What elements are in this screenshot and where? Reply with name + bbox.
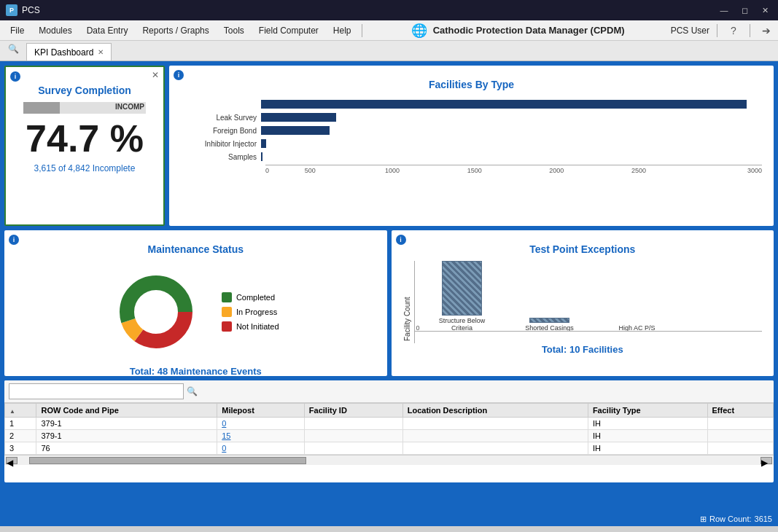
exceptions-info-icon[interactable]: i	[396, 235, 406, 245]
bar-label-structure: Structure Below Criteria	[429, 317, 495, 332]
exceptions-bars: 0 Structure Below Criteria Shorted Casin…	[414, 261, 763, 343]
col-effect[interactable]: Effect	[707, 404, 773, 418]
help-icon-button[interactable]: ?	[725, 22, 742, 39]
bar-ac	[617, 322, 657, 323]
bar-label-4: Samples	[181, 153, 261, 161]
menu-help[interactable]: Help	[326, 23, 359, 39]
menu-modules[interactable]: Modules	[31, 23, 79, 39]
cell-num-2: 2	[5, 430, 36, 442]
menu-divider-3	[750, 24, 750, 37]
axis-3000: 3000	[680, 167, 762, 174]
bottom-row: i Maintenance Status Complete	[4, 230, 774, 376]
bar-container-4	[261, 152, 762, 162]
bar-fill-4	[261, 152, 262, 161]
legend-completed: Completed	[222, 292, 279, 302]
close-button[interactable]: ✕	[758, 5, 772, 15]
cell-effect-2	[707, 430, 773, 442]
menu-data-entry[interactable]: Data Entry	[79, 23, 136, 39]
col-facility-type[interactable]: Facility Type	[588, 404, 707, 418]
facilities-by-type-widget: i Facilities By Type Leak Survey	[169, 66, 774, 226]
table-search-input[interactable]	[9, 383, 184, 399]
window-controls: — ◻ ✕	[717, 5, 772, 15]
table-scroll[interactable]: ▲ ROW Code and Pipe Milepost Facility ID…	[4, 403, 774, 455]
col-facility-id[interactable]: Facility ID	[304, 404, 402, 418]
bar-shorted	[529, 318, 569, 323]
menu-reports[interactable]: Reports / Graphs	[135, 23, 216, 39]
app-full-title: Cathodic Protection Data Manager (CPDM)	[433, 25, 625, 36]
global-search-icon[interactable]: 🔍	[4, 40, 22, 58]
scroll-h-thumb[interactable]	[29, 457, 306, 464]
tab-close-icon[interactable]: ✕	[98, 48, 104, 56]
maintenance-title: Maintenance Status	[10, 243, 381, 255]
cell-location-2	[402, 430, 588, 442]
globe-icon: 🌐	[411, 23, 427, 39]
grid-icon: ⊞	[700, 515, 707, 524]
user-label: PCS User	[671, 26, 709, 36]
table-row: 3 76 0 IH	[5, 442, 774, 455]
cell-row-code-2: 379-1	[36, 430, 217, 442]
app-icon: P	[6, 4, 17, 16]
table-row: 2 379-1 15 IH	[5, 430, 774, 442]
col-milepost[interactable]: Milepost	[217, 404, 305, 418]
cell-num-3: 3	[5, 442, 36, 455]
donut-chart	[112, 268, 200, 356]
maintenance-info-icon[interactable]: i	[9, 235, 19, 245]
bar-container-1	[261, 112, 762, 122]
bar-structure	[442, 261, 482, 316]
top-row: i ✕ Survey Completion INCOMP 74.7 % 3,61…	[4, 66, 774, 226]
main-content: Selected ROWs Filters i ✕ Survey Complet…	[0, 61, 778, 512]
logout-icon-button[interactable]: ➔	[758, 22, 775, 39]
facilities-title: Facilities By Type	[175, 79, 768, 90]
cell-row-code-3: 76	[36, 442, 217, 455]
survey-title: Survey Completion	[12, 85, 157, 96]
scroll-left-btn[interactable]: ◀	[6, 457, 17, 464]
bar-group-structure: Structure Below Criteria	[429, 261, 495, 332]
milepost-link-2[interactable]: 15	[222, 431, 230, 440]
axis-1500: 1500	[433, 167, 516, 174]
survey-percentage: 74.7 %	[12, 120, 157, 157]
axis-2500: 2500	[598, 167, 680, 174]
table-header-row: ▲ ROW Code and Pipe Milepost Facility ID…	[5, 404, 774, 418]
donut-area: Completed In Progress Not Initiated	[10, 261, 381, 363]
exceptions-total: Total: 10 Facilities	[397, 344, 769, 355]
cell-row-code-1: 379-1	[36, 418, 217, 430]
minimize-button[interactable]: —	[717, 5, 731, 15]
bar-fill-0	[261, 100, 747, 109]
cell-facility-type-1: IH	[588, 418, 707, 430]
scroll-right-btn[interactable]: ▶	[761, 457, 772, 464]
col-row-code[interactable]: ROW Code and Pipe	[36, 404, 217, 418]
maximize-button[interactable]: ◻	[737, 5, 752, 15]
table-search-icon[interactable]: 🔍	[187, 386, 198, 396]
cell-effect-3	[707, 442, 773, 455]
table-horizontal-scrollbar[interactable]: ◀ ▶	[4, 455, 774, 465]
bar-row-4: Samples	[181, 152, 762, 162]
menu-tools[interactable]: Tools	[217, 23, 252, 39]
bar-row-1: Leak Survey	[181, 112, 762, 122]
search-area: 🔍	[0, 37, 26, 60]
menu-field-computer[interactable]: Field Computer	[252, 23, 326, 39]
exceptions-bars-area: 0 Structure Below Criteria Shorted Casin…	[414, 261, 763, 341]
tab-kpi-dashboard[interactable]: KPI Dashboard ✕	[26, 43, 112, 60]
milepost-link-1[interactable]: 0	[222, 419, 226, 428]
col-location[interactable]: Location Description	[402, 404, 588, 418]
legend-in-progress-label: In Progress	[236, 308, 277, 316]
svg-point-3	[136, 292, 176, 332]
survey-subtext: 3,615 of 4,842 Incomplete	[12, 163, 157, 179]
table-area: 🔍 ▲ ROW Code and Pipe Milepost Facility …	[4, 380, 774, 482]
survey-close-icon[interactable]: ✕	[152, 70, 159, 80]
cell-facility-id-3	[304, 442, 402, 455]
bar-group-shorted: Shorted Casings	[517, 318, 583, 332]
data-table: ▲ ROW Code and Pipe Milepost Facility ID…	[4, 403, 774, 455]
facilities-bar-chart: Leak Survey Foreign Bond Inhibitor Injec…	[175, 96, 768, 177]
survey-progress-bar: INCOMP	[23, 102, 146, 114]
milepost-link-3[interactable]: 0	[222, 444, 226, 453]
facilities-info-icon[interactable]: i	[174, 70, 184, 80]
survey-info-icon[interactable]: i	[10, 71, 20, 82]
menu-file[interactable]: File	[3, 23, 31, 39]
exceptions-title: Test Point Exceptions	[397, 243, 769, 255]
col-num[interactable]: ▲	[5, 404, 36, 418]
cell-location-3	[402, 442, 588, 455]
bar-axis: 0 500 1000 1500 2000 2500 3000	[265, 165, 762, 174]
bar-label-2: Foreign Bond	[181, 127, 261, 135]
exceptions-x-axis	[415, 331, 763, 332]
